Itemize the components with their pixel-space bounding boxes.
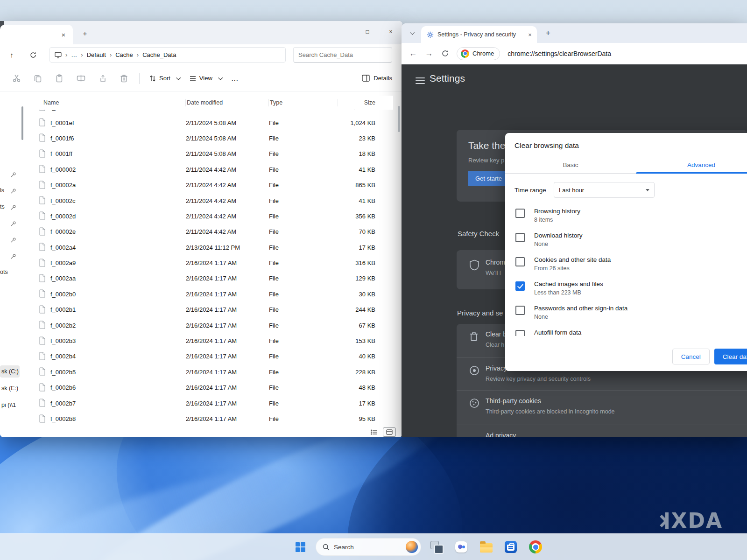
clear-data-option[interactable]: Passwords and other sign-in data None <box>505 301 747 325</box>
clear-data-option[interactable]: Download history None <box>505 228 747 252</box>
explorer-tab[interactable]: × <box>0 25 73 44</box>
table-row[interactable]: f_0002aa 2/16/2024 1:17 AM File 129 KB <box>35 271 393 286</box>
breadcrumb-item[interactable]: › Default <box>81 51 106 58</box>
file-icon <box>39 321 47 330</box>
new-tab-button[interactable]: + <box>79 28 91 39</box>
clear-data-button[interactable]: Clear data <box>714 349 747 364</box>
up-icon[interactable]: ↑ <box>6 49 18 61</box>
breadcrumb[interactable]: › … › Default › Cache › Cache_Data <box>49 47 286 63</box>
column-header-size[interactable]: Size <box>338 99 378 106</box>
rename-icon[interactable] <box>70 70 92 87</box>
clear-data-option[interactable]: Browsing history 8 items <box>505 203 747 228</box>
table-row[interactable]: f_0002a9 2/16/2024 1:17 AM File 316 KB <box>35 255 393 271</box>
column-header-name[interactable]: Name <box>35 99 186 106</box>
table-row[interactable]: f_00002c 2/11/2024 4:42 AM File 41 KB <box>35 193 393 208</box>
nav-item-fragment[interactable]: ls <box>0 187 4 194</box>
checkbox[interactable] <box>515 257 525 266</box>
more-options-icon[interactable]: … <box>226 70 243 87</box>
checkbox[interactable] <box>515 306 525 315</box>
table-row[interactable]: f_0002b3 2/16/2024 1:17 AM File 153 KB <box>35 333 393 349</box>
search-input[interactable] <box>293 47 392 63</box>
taskbar-search[interactable]: Search <box>316 538 421 556</box>
chrome-active-tab[interactable]: Settings - Privacy and security × <box>421 26 537 43</box>
back-icon[interactable]: ← <box>406 47 420 61</box>
nav-item-drive-e[interactable]: sk (E:) <box>0 382 20 394</box>
share-icon[interactable] <box>92 70 113 87</box>
refresh-icon[interactable] <box>27 49 39 61</box>
delete-icon[interactable] <box>113 70 134 87</box>
address-bar-url[interactable]: chrome://settings/clearBrowserData <box>507 50 611 57</box>
table-row[interactable]: f_0002b4 2/16/2024 1:17 AM File 40 KB <box>35 349 393 364</box>
clear-data-option[interactable]: Autofill form data <box>505 325 747 336</box>
table-row[interactable]: f_0002b5 2/16/2024 1:17 AM File 228 KB <box>35 364 393 380</box>
breadcrumb-item[interactable]: › Cache <box>110 51 133 58</box>
nav-item-drive-c[interactable]: sk (C:) <box>0 365 20 378</box>
column-header-modified[interactable]: Date modified <box>186 99 269 106</box>
file-icon <box>39 165 47 174</box>
chrome-button[interactable] <box>526 538 545 556</box>
nav-item-network[interactable]: pi (\\1 <box>0 399 20 411</box>
dialog-title: Clear browsing data <box>505 133 747 150</box>
store-icon <box>505 541 517 553</box>
table-row[interactable]: f_0002b1 2/16/2024 1:17 AM File 244 KB <box>35 302 393 317</box>
copy-icon[interactable] <box>27 70 49 87</box>
store-button[interactable] <box>501 538 520 556</box>
tab-close-icon[interactable]: × <box>526 30 534 39</box>
checkbox[interactable] <box>515 330 525 336</box>
file-icon <box>39 352 47 361</box>
minimize-button[interactable]: ─ <box>332 21 356 42</box>
chrome-origin-chip[interactable]: Chrome <box>457 47 500 60</box>
clear-data-option[interactable]: Cached images and files Less than 223 MB <box>505 276 747 301</box>
checkbox[interactable] <box>515 233 525 242</box>
get-started-button[interactable]: Get starte <box>468 171 509 186</box>
tab-search-icon[interactable] <box>406 28 417 39</box>
task-view-button[interactable] <box>427 538 446 556</box>
details-pane-button[interactable]: Details <box>357 70 397 87</box>
new-tab-button[interactable]: + <box>543 28 554 39</box>
table-row[interactable]: f_0002b0 2/16/2024 1:17 AM File 30 KB <box>35 287 393 302</box>
ad-privacy-row[interactable]: Ad privacy <box>457 425 747 437</box>
list-view-toggle-icon[interactable] <box>368 428 380 436</box>
table-row[interactable]: f_0001ff 2/11/2024 5:08 AM File 18 KB <box>35 146 393 161</box>
time-range-select[interactable]: Last hour <box>554 182 655 198</box>
sort-button[interactable]: Sort <box>144 70 184 87</box>
table-row[interactable]: f_0002b2 2/16/2024 1:17 AM File 67 KB <box>35 317 393 333</box>
cancel-button[interactable]: Cancel <box>672 349 710 364</box>
menu-icon[interactable] <box>416 77 425 84</box>
tab-advanced[interactable]: Advanced <box>636 156 747 173</box>
paste-icon[interactable] <box>49 70 70 87</box>
reload-icon[interactable] <box>438 47 452 61</box>
close-button[interactable]: × <box>379 21 402 42</box>
list-scrollbar-thumb[interactable] <box>398 106 400 132</box>
table-row[interactable]: f_00002d 2/11/2024 4:42 AM File 356 KB <box>35 209 393 224</box>
table-row[interactable]: f_0002a4 2/13/2024 11:12 PM File 17 KB <box>35 240 393 255</box>
start-button[interactable] <box>291 538 310 556</box>
cut-icon[interactable] <box>6 70 27 87</box>
checkbox[interactable] <box>515 209 525 218</box>
forward-icon[interactable]: → <box>422 47 436 61</box>
nav-item-fragment[interactable]: ts <box>0 203 5 210</box>
clear-data-option[interactable]: Cookies and other site data From 26 site… <box>505 252 747 276</box>
file-explorer-button[interactable] <box>477 538 495 556</box>
column-header-type[interactable]: Type <box>269 99 338 106</box>
maximize-button[interactable]: □ <box>356 21 379 42</box>
tab-basic[interactable]: Basic <box>505 156 636 173</box>
tab-close-icon[interactable]: × <box>58 29 69 40</box>
table-row[interactable]: f_0002b7 2/16/2024 1:17 AM File 17 KB <box>35 395 393 411</box>
table-row[interactable]: f_0002b6 2/16/2024 1:17 AM File 48 KB <box>35 380 393 395</box>
chat-button[interactable] <box>452 538 471 556</box>
breadcrumb-item[interactable]: › Cache_Data <box>137 51 176 58</box>
table-row[interactable]: f_00002e 2/11/2024 4:42 AM File 70 KB <box>35 224 393 239</box>
table-row[interactable]: f_0001ef 2/11/2024 5:08 AM File 1,024 KB <box>35 115 393 130</box>
view-button[interactable]: View <box>184 70 226 87</box>
breadcrumb-ellipsis[interactable]: … <box>71 51 77 58</box>
table-row[interactable]: f_000002 2/11/2024 4:42 AM File 41 KB <box>35 162 393 177</box>
nav-scrollbar-thumb[interactable] <box>21 106 23 140</box>
nav-item-fragment[interactable]: ots <box>0 269 8 275</box>
details-view-toggle-icon[interactable] <box>383 427 396 437</box>
table-row[interactable]: f_0002b8 2/16/2024 1:17 AM File 95 KB <box>35 411 393 427</box>
third-party-cookies-row[interactable]: Third-party cookies Third-party cookies … <box>457 390 747 425</box>
table-row[interactable]: f_00002a 2/11/2024 4:42 AM File 865 KB <box>35 177 393 193</box>
table-row[interactable]: f_0001f6 2/11/2024 5:08 AM File 23 KB <box>35 131 393 146</box>
checkbox[interactable] <box>515 281 525 291</box>
